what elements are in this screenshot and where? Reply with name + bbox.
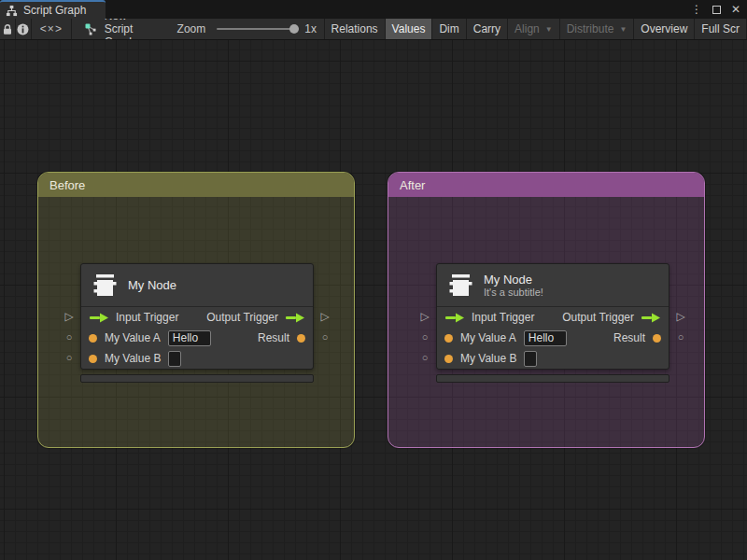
value-port-dot[interactable]	[444, 334, 453, 343]
group-after-header[interactable]: After	[388, 173, 704, 197]
node-footer-bar	[80, 374, 314, 383]
result-port[interactable]: ○	[673, 331, 688, 343]
my-value-a-input[interactable]	[168, 330, 211, 346]
align-dropdown[interactable]: Align ▼	[508, 19, 560, 39]
my-value-b-input[interactable]	[524, 351, 537, 367]
node-footer-bar	[436, 374, 669, 383]
trigger-arrow-icon[interactable]	[89, 313, 109, 323]
node-title: My Node	[128, 278, 176, 292]
graph-asset-icon	[84, 22, 98, 36]
node-icon	[446, 272, 474, 300]
group-before-header[interactable]: Before	[38, 173, 354, 197]
value-port-dot[interactable]	[297, 334, 305, 343]
window-menu-icon[interactable]: ⋮	[691, 0, 702, 19]
my-value-b-port[interactable]: ○	[62, 352, 77, 363]
zoom-slider[interactable]	[217, 19, 299, 39]
group-title: After	[400, 178, 425, 192]
maximize-icon[interactable]	[712, 6, 721, 14]
distribute-dropdown[interactable]: Distribute ▼	[560, 19, 635, 39]
zoom-slider-track[interactable]	[217, 28, 299, 30]
zoom-label: Zoom	[177, 19, 206, 39]
titlebar: Script Graph ⋮ ✕	[0, 0, 747, 19]
lock-button[interactable]	[0, 19, 16, 39]
zoom-value: 1x	[304, 19, 317, 39]
trigger-arrow-icon[interactable]	[285, 313, 305, 323]
relations-button[interactable]: Relations	[325, 19, 386, 39]
lock-icon	[2, 23, 13, 35]
value-port-dot[interactable]	[89, 334, 97, 343]
graph-canvas[interactable]: Before After ▷ ○ ○ ▷ ○	[0, 40, 747, 560]
value-a-row: My Value A Result	[81, 328, 313, 348]
output-trigger-port[interactable]: ▷	[317, 311, 332, 322]
chevron-down-icon: ▼	[619, 25, 627, 34]
toolbar-spacer	[72, 19, 80, 39]
code-view-toggle[interactable]: <×>	[32, 19, 73, 39]
value-a-row: My Value A Result	[437, 328, 669, 348]
chevron-down-icon: ▼	[545, 25, 553, 34]
trigger-row: Input Trigger Output Trigger	[437, 307, 669, 328]
my-value-b-input[interactable]	[168, 351, 181, 367]
my-value-b-port[interactable]: ○	[417, 352, 432, 363]
node-title: My Node	[484, 273, 543, 287]
value-b-row: My Value B	[437, 348, 669, 369]
node-subtitle: It's a subtitle!	[484, 287, 543, 299]
trigger-row: Input Trigger Output Trigger	[81, 307, 313, 328]
input-trigger-port[interactable]: ▷	[417, 311, 432, 322]
info-button[interactable]	[16, 19, 32, 39]
info-icon	[17, 23, 29, 35]
result-port[interactable]: ○	[317, 331, 332, 343]
node-icon	[91, 272, 119, 300]
close-icon[interactable]: ✕	[731, 0, 740, 19]
script-graph-hierarchy-icon	[6, 5, 18, 17]
node-header[interactable]: My Node	[81, 264, 313, 307]
value-b-row: My Value B	[81, 348, 313, 369]
graph-name-breadcrumb[interactable]: New Script Graph	[80, 19, 154, 39]
value-port-dot[interactable]	[444, 355, 453, 363]
trigger-arrow-icon[interactable]	[641, 313, 661, 323]
group-title: Before	[49, 178, 85, 192]
value-port-dot[interactable]	[653, 334, 661, 343]
node-my-node-before[interactable]: ▷ ○ ○ ▷ ○ My Node	[80, 263, 314, 383]
zoom-slider-handle[interactable]	[289, 24, 299, 34]
input-trigger-port[interactable]: ▷	[62, 311, 77, 322]
window-controls: ⋮ ✕	[691, 0, 740, 19]
graph-toolbar: <×> New Script Graph Zoom 1x Relations V…	[0, 19, 747, 40]
value-port-dot[interactable]	[89, 355, 97, 363]
tab-script-graph[interactable]: Script Graph	[0, 0, 106, 19]
carry-button[interactable]: Carry	[467, 19, 508, 39]
overview-button[interactable]: Overview	[634, 19, 695, 39]
tab-title: Script Graph	[23, 4, 86, 17]
node-header[interactable]: My Node It's a subtitle!	[437, 264, 669, 307]
fullscreen-button[interactable]: Full Scr	[695, 19, 747, 39]
trigger-arrow-icon[interactable]	[444, 313, 465, 323]
dim-button[interactable]: Dim	[432, 19, 466, 39]
my-value-a-port[interactable]: ○	[62, 331, 77, 343]
my-value-a-port[interactable]: ○	[417, 331, 432, 343]
my-value-a-input[interactable]	[524, 330, 567, 346]
values-button[interactable]: Values	[386, 19, 433, 39]
node-my-node-after[interactable]: ▷ ○ ○ ▷ ○ My Node It's a subtitle!	[436, 263, 669, 383]
output-trigger-port[interactable]: ▷	[673, 311, 688, 322]
